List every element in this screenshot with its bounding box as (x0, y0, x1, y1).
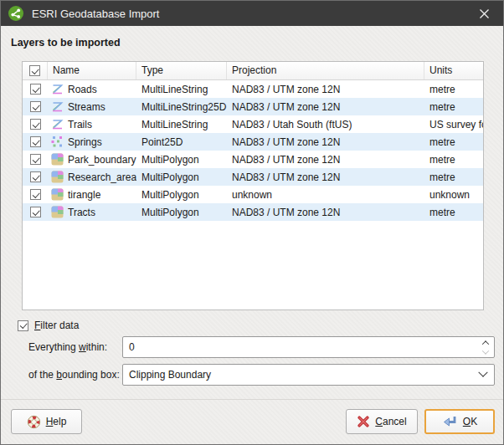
column-header-projection[interactable]: Projection (227, 62, 424, 79)
layer-type: MultiLineString (136, 84, 227, 95)
row-checkbox[interactable] (30, 171, 41, 182)
column-header-type[interactable]: Type (136, 62, 227, 79)
filter-data-row[interactable]: Filter data (18, 320, 79, 331)
layer-units: metre (424, 207, 483, 218)
filter-data-label: Filter data (34, 320, 79, 331)
header-checkbox[interactable] (29, 65, 40, 76)
layer-projection: NAD83 / UTM zone 12N (227, 84, 424, 95)
layer-name-cell: Trails (48, 118, 136, 130)
everything-within-spinbox (122, 336, 495, 358)
layer-name-cell: Tracts (48, 206, 136, 218)
layer-units: US survey foot (424, 119, 483, 130)
layer-units: unknown (424, 189, 483, 201)
layer-units: metre (424, 171, 483, 183)
layer-name-cell: Streams (48, 100, 136, 113)
layer-name-cell: Park_boundary (48, 153, 136, 166)
esri-geodatabase-import-dialog: ESRI Geodatabase Import Layers to be imp… (0, 0, 504, 445)
chevron-up-icon (482, 340, 489, 347)
row-checkbox-cell (23, 84, 48, 95)
app-geodatabase-icon (8, 5, 24, 22)
row-checkbox[interactable] (30, 101, 41, 112)
layer-units: metre (424, 154, 483, 166)
red-x-icon (357, 415, 370, 428)
layer-projection: NAD83 / UTM zone 12N (227, 207, 424, 218)
layer-projection: NAD83 / UTM zone 12N (227, 101, 424, 113)
row-checkbox[interactable] (30, 189, 41, 200)
bounding-box-label: of the bounding box: (28, 364, 120, 386)
layer-name-cell: Research_areas (48, 171, 136, 183)
chevron-down-icon (482, 347, 489, 354)
layer-name: Springs (68, 136, 102, 148)
layer-table: Name Type Projection Units RoadsMultiLin… (22, 61, 484, 310)
layer-name: Tracts (68, 207, 95, 218)
help-button[interactable]: Help (11, 409, 82, 434)
cancel-button-label: Cancel (375, 416, 406, 427)
cancel-button[interactable]: Cancel (346, 409, 418, 434)
row-checkbox-cell (23, 154, 48, 165)
column-header-units[interactable]: Units (424, 62, 483, 79)
layer-projection: NAD83 / UTM zone 12N (227, 136, 424, 148)
chevron-down-icon (478, 368, 487, 377)
help-button-label: Help (46, 416, 67, 427)
layer-units: metre (424, 136, 483, 148)
layer-name: tirangle (68, 189, 100, 201)
table-row[interactable]: Research_areasMultiPolygonNAD83 / UTM zo… (23, 168, 483, 186)
ok-button-label: OK (463, 416, 477, 427)
header-checkbox-cell (23, 62, 48, 79)
multiline-icon (51, 118, 64, 130)
row-checkbox[interactable] (30, 154, 41, 165)
dialog-body: Layers to be imported Name Type Projecti… (1, 26, 503, 444)
layer-name-cell: Roads (48, 83, 136, 95)
row-checkbox[interactable] (30, 119, 41, 130)
polygon-icon (51, 188, 64, 201)
page-title: Layers to be imported (11, 37, 121, 49)
table-row[interactable]: TractsMultiPolygonNAD83 / UTM zone 12Nme… (23, 203, 483, 221)
polygon-icon (51, 206, 64, 218)
everything-within-input[interactable] (123, 337, 477, 357)
layer-units: metre (424, 101, 483, 113)
layer-name: Research_areas (68, 171, 136, 183)
table-row[interactable]: RoadsMultiLineStringNAD83 / UTM zone 12N… (23, 80, 483, 98)
spinner (478, 338, 493, 356)
row-checkbox[interactable] (30, 207, 41, 217)
layer-type: MultiLineString (136, 119, 227, 130)
layer-projection: unknown (227, 189, 424, 201)
row-checkbox[interactable] (30, 84, 41, 95)
row-checkbox-cell (23, 101, 48, 112)
spin-up-button[interactable] (478, 338, 493, 347)
table-row[interactable]: Park_boundaryMultiPolygonNAD83 / UTM zon… (23, 151, 483, 168)
enter-arrow-icon (442, 415, 458, 428)
table-row[interactable]: StreamsMultiLineString25DNAD83 / UTM zon… (23, 98, 483, 115)
close-icon (479, 8, 490, 19)
everything-within-label: Everything within: (28, 336, 107, 358)
multiline-icon (51, 100, 64, 113)
layer-units: metre (424, 84, 483, 95)
filter-checkbox[interactable] (18, 320, 28, 331)
table-row[interactable]: SpringsPoint25DNAD83 / UTM zone 12Nmetre (23, 133, 483, 151)
life-buoy-icon (27, 415, 41, 429)
combo-arrow-area (472, 371, 494, 378)
layer-name: Streams (68, 101, 105, 113)
close-button[interactable] (465, 1, 503, 26)
layer-name: Trails (68, 119, 92, 130)
row-checkbox-cell (23, 207, 48, 217)
polygon-icon (51, 153, 64, 166)
row-checkbox[interactable] (30, 136, 41, 147)
table-row[interactable]: tirangleMultiPolygonunknownunknown (23, 186, 483, 203)
row-checkbox-cell (23, 171, 48, 182)
column-header-name[interactable]: Name (48, 62, 136, 79)
layer-type: MultiLineString25D (136, 101, 227, 113)
row-checkbox-cell (23, 189, 48, 200)
bounding-box-select[interactable]: Clipping Boundary (122, 364, 495, 386)
titlebar[interactable]: ESRI Geodatabase Import (1, 1, 503, 26)
table-row[interactable]: TrailsMultiLineStringNAD83 / Utah South … (23, 115, 483, 133)
ok-button[interactable]: OK (424, 409, 495, 434)
multiline-icon (51, 83, 64, 95)
layer-type: Point25D (136, 136, 227, 148)
layer-projection: NAD83 / UTM zone 12N (227, 154, 424, 166)
bounding-box-selected-value: Clipping Boundary (123, 369, 211, 381)
row-checkbox-cell (23, 119, 48, 130)
spin-down-button[interactable] (478, 347, 493, 356)
layer-type: MultiPolygon (136, 189, 227, 201)
layer-name-cell: Springs (48, 136, 136, 148)
